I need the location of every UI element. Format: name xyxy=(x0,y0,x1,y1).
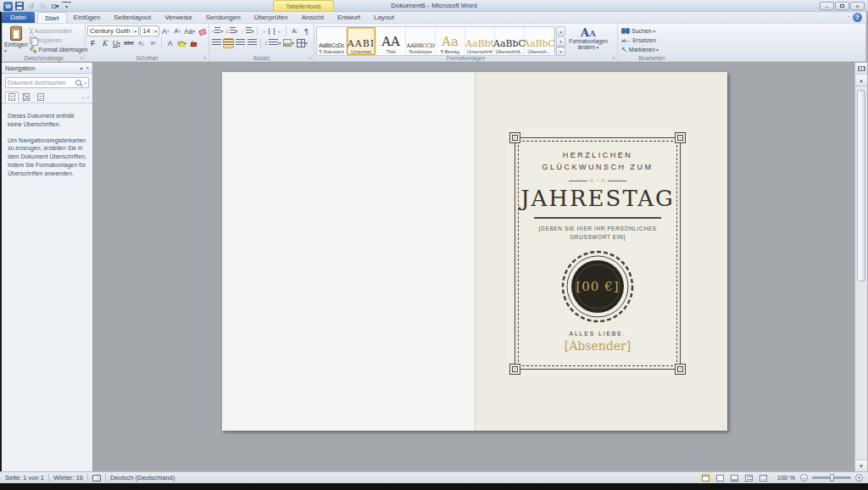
previous-heading-icon[interactable]: ▴ xyxy=(82,95,85,100)
seal-value[interactable]: [00 €] xyxy=(560,249,635,324)
justify-button[interactable] xyxy=(247,38,258,48)
italic-button[interactable]: K xyxy=(99,38,110,48)
minimize-button[interactable]: – xyxy=(820,2,834,10)
nav-tab-results[interactable] xyxy=(34,92,47,103)
dialog-launcher-paragraph[interactable] xyxy=(308,55,312,60)
strikethrough-button[interactable]: abc xyxy=(123,38,135,48)
tab-layout[interactable]: Layout xyxy=(367,12,401,23)
close-button[interactable]: × xyxy=(850,2,865,10)
zoom-slider[interactable] xyxy=(812,476,851,479)
gallery-scroll-down-icon[interactable] xyxy=(556,36,565,46)
style-item-ueberschrift2[interactable]: AaBbC Übersch... xyxy=(525,27,554,55)
scroll-down-icon[interactable]: ▼ xyxy=(855,459,867,471)
pane-options-icon[interactable]: ▾ xyxy=(80,65,82,71)
proofing-status-icon[interactable] xyxy=(92,475,101,482)
show-paragraph-marks-button[interactable] xyxy=(301,26,312,36)
font-size-combo[interactable]: 14▾ xyxy=(140,25,159,36)
document-page[interactable]: HERZLICHEN GLÜCKWUNSCH ZUM JAHRESTAG [GE… xyxy=(222,72,727,431)
increase-indent-button[interactable]: → xyxy=(272,26,283,36)
shading-button[interactable] xyxy=(282,38,295,48)
search-icon[interactable] xyxy=(75,80,81,86)
page-indicator[interactable]: Seite: 1 von 1 xyxy=(5,474,44,482)
superscript-button[interactable]: x² xyxy=(147,38,159,48)
style-item-textkoerper[interactable]: AABBCCD Textkörper xyxy=(406,27,436,55)
change-case-button[interactable]: Aa xyxy=(184,26,195,36)
tab-ansicht[interactable]: Ansicht xyxy=(295,12,331,23)
scroll-up-icon[interactable]: ▲ xyxy=(855,75,867,86)
help-button[interactable]: ? xyxy=(853,13,862,22)
search-options-icon[interactable]: ▾ xyxy=(84,81,86,86)
align-center-button[interactable] xyxy=(223,38,234,48)
nav-tab-headings[interactable] xyxy=(5,92,19,103)
tab-ueberpruefen[interactable]: Überprüfen xyxy=(248,12,295,23)
vertical-scrollbar[interactable]: ▲ ▼ xyxy=(854,63,867,471)
style-item-unterschrift[interactable]: AaBbt Unterschrift xyxy=(465,27,495,55)
close-pane-icon[interactable]: × xyxy=(86,65,89,71)
highlight-color-button[interactable]: ab xyxy=(176,38,187,48)
gallery-scroll-up-icon[interactable] xyxy=(556,26,565,36)
style-item-ueberschrift1[interactable]: AaBbC Überschrift... xyxy=(495,27,525,55)
numbering-button[interactable]: 1 xyxy=(225,26,238,36)
dialog-launcher-font[interactable] xyxy=(203,55,207,60)
bullets-button[interactable]: • xyxy=(211,26,224,36)
style-item-titel[interactable]: AA Titel xyxy=(376,27,406,55)
select-button[interactable]: Markieren xyxy=(620,45,684,53)
zoom-out-button[interactable]: – xyxy=(800,474,808,482)
card-sender-placeholder[interactable]: [Absender] xyxy=(565,339,631,353)
outline-view-button[interactable] xyxy=(743,473,755,482)
shrink-font-button[interactable]: A xyxy=(172,26,183,36)
tab-einfuegen[interactable]: Einfügen xyxy=(67,12,108,23)
format-painter-button[interactable]: Format übertragen xyxy=(28,45,90,53)
align-right-button[interactable] xyxy=(235,38,246,48)
bold-button[interactable]: F xyxy=(87,38,98,48)
underline-button[interactable]: U xyxy=(111,38,122,48)
card-placeholder[interactable]: [GEBEN SIE HIER IHR PERSÖNLICHES GRUSSWO… xyxy=(538,225,656,242)
font-color-button[interactable]: A xyxy=(188,38,199,48)
draft-view-button[interactable] xyxy=(758,473,770,482)
decrease-indent-button[interactable]: ← xyxy=(260,26,271,36)
tab-datei[interactable]: Datei xyxy=(2,12,35,23)
grow-font-button[interactable]: A xyxy=(160,26,171,36)
paste-button[interactable]: Einfügen xyxy=(4,25,28,53)
fullscreen-view-button[interactable] xyxy=(715,473,726,482)
font-family-combo[interactable]: Century Goth▾ xyxy=(87,25,139,36)
print-layout-view-button[interactable] xyxy=(700,473,712,482)
restore-button[interactable] xyxy=(835,2,849,10)
copy-button[interactable]: Kopieren xyxy=(28,36,90,45)
subscript-button[interactable]: x₂ xyxy=(136,38,147,48)
tab-start[interactable]: Start xyxy=(37,12,67,23)
change-styles-button[interactable]: AA Formatvorlagen ändern xyxy=(566,25,610,53)
zoom-level[interactable]: 100 % xyxy=(777,474,795,482)
style-item-betrag[interactable]: Aa ¶ Betrag xyxy=(436,27,465,55)
line-spacing-button[interactable] xyxy=(264,38,281,48)
find-button[interactable]: Suchen xyxy=(620,26,684,35)
next-heading-icon[interactable]: ▾ xyxy=(86,95,89,100)
style-item-standard[interactable]: AaBbCcDc ¶ Standard xyxy=(317,27,347,55)
multilevel-list-button[interactable]: ⋮ xyxy=(239,26,254,36)
zoom-slider-thumb[interactable] xyxy=(830,474,834,482)
minimize-ribbon-icon[interactable] xyxy=(848,15,849,20)
anniversary-card[interactable]: HERZLICHEN GLÜCKWUNSCH ZUM JAHRESTAG [GE… xyxy=(507,130,688,377)
style-item-untertitel[interactable]: AABI Untertitel xyxy=(347,27,376,55)
tab-sendungen[interactable]: Sendungen xyxy=(199,12,248,23)
document-area[interactable]: HERZLICHEN GLÜCKWUNSCH ZUM JAHRESTAG [GE… xyxy=(93,63,854,471)
ruler-toggle-button[interactable] xyxy=(855,63,867,75)
tab-seitenlayout[interactable]: Seitenlayout xyxy=(107,12,158,23)
dialog-launcher-clipboard[interactable] xyxy=(79,55,83,60)
scrollbar-thumb[interactable] xyxy=(857,90,865,281)
search-input[interactable] xyxy=(8,80,75,86)
sort-button[interactable] xyxy=(289,26,300,36)
language-indicator[interactable]: Deutsch (Deutschland) xyxy=(110,474,175,482)
borders-button[interactable] xyxy=(296,38,309,48)
clear-formatting-button[interactable] xyxy=(196,26,207,36)
dialog-launcher-styles[interactable] xyxy=(611,55,615,60)
web-layout-view-button[interactable] xyxy=(729,473,741,482)
replace-button[interactable]: Ersetzen xyxy=(620,36,684,44)
text-effects-button[interactable]: A xyxy=(164,38,175,48)
tab-entwurf[interactable]: Entwurf xyxy=(331,12,367,23)
align-left-button[interactable] xyxy=(211,38,222,48)
word-count[interactable]: Wörter: 16 xyxy=(53,474,83,482)
tab-verweise[interactable]: Verweise xyxy=(158,12,198,23)
cut-button[interactable]: Ausschneiden xyxy=(28,27,90,36)
zoom-in-button[interactable]: + xyxy=(855,474,863,482)
